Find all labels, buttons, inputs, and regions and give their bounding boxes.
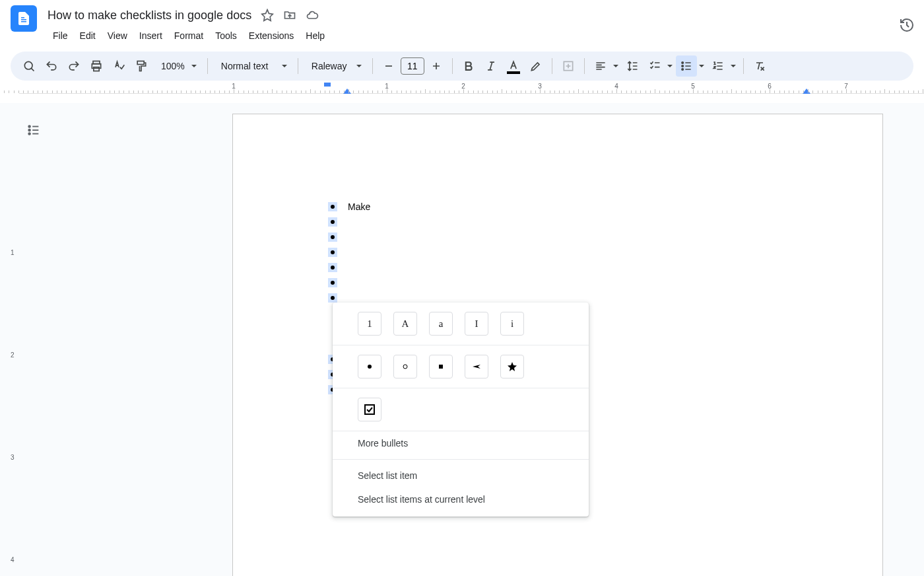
- bulleted-list-button[interactable]: [676, 55, 697, 77]
- list-preset-i[interactable]: i: [500, 312, 524, 336]
- first-line-indent-marker[interactable]: [324, 83, 331, 87]
- redo-button[interactable]: [63, 55, 84, 77]
- caret-icon: [356, 65, 362, 67]
- paint-format-button[interactable]: [131, 55, 152, 77]
- style-value: Normal text: [218, 61, 271, 71]
- separator: [552, 58, 552, 74]
- svg-point-6: [682, 62, 684, 64]
- menu-edit[interactable]: Edit: [75, 28, 101, 44]
- star-icon[interactable]: [261, 9, 274, 22]
- zoom-dropdown[interactable]: 100%: [153, 55, 202, 77]
- checklist-dropdown[interactable]: [665, 55, 675, 77]
- paragraph-style-dropdown[interactable]: Normal text: [213, 55, 292, 77]
- caret-icon: [282, 65, 287, 67]
- menu-view[interactable]: View: [102, 28, 133, 44]
- list-preset-A[interactable]: A: [393, 312, 417, 336]
- separator: [207, 58, 208, 74]
- bullet-icon[interactable]: [331, 220, 335, 224]
- list-item-text[interactable]: Make: [348, 201, 370, 212]
- docs-logo[interactable]: [11, 5, 37, 32]
- zoom-value: 100%: [158, 61, 187, 71]
- bulleted-list-dropdown[interactable]: [697, 55, 706, 77]
- svg-point-9: [28, 126, 30, 127]
- search-menus-button[interactable]: [18, 55, 40, 77]
- svg-rect-14: [439, 365, 443, 369]
- numbered-presets-row: 1 A a I i: [333, 303, 589, 345]
- numbered-list-dropdown[interactable]: [729, 55, 738, 77]
- align-dropdown[interactable]: [611, 55, 620, 77]
- svg-rect-15: [365, 405, 374, 414]
- bullet-disc[interactable]: [358, 355, 381, 378]
- bullet-icon[interactable]: [331, 296, 335, 300]
- line-spacing-button[interactable]: [622, 55, 643, 77]
- bullet-circle[interactable]: [393, 355, 417, 378]
- font-size-input[interactable]: 11: [401, 57, 424, 75]
- svg-point-11: [28, 133, 30, 135]
- bullet-arrow[interactable]: [465, 355, 488, 378]
- workspace: 1 2 3 4 Make 1 A a I i: [0, 103, 924, 576]
- bullet-icon[interactable]: [331, 266, 335, 270]
- menu-insert[interactable]: Insert: [134, 28, 168, 44]
- select-list-item[interactable]: Select list item: [333, 464, 589, 487]
- svg-rect-4: [137, 61, 144, 65]
- document-title[interactable]: How to make checklists in google docs: [48, 9, 251, 22]
- bullet-presets-row: [333, 345, 589, 388]
- numbered-list-button[interactable]: [708, 55, 729, 77]
- bullet-star[interactable]: [500, 355, 524, 378]
- bold-button[interactable]: [458, 55, 479, 77]
- menu-format[interactable]: Format: [169, 28, 209, 44]
- menu-file[interactable]: File: [48, 28, 73, 44]
- font-dropdown[interactable]: Raleway: [304, 55, 367, 77]
- checklist-button[interactable]: [644, 55, 665, 77]
- svg-point-13: [403, 365, 407, 369]
- decrease-font-size-button[interactable]: [378, 55, 399, 77]
- menu-help[interactable]: Help: [300, 28, 330, 44]
- italic-button[interactable]: [480, 55, 502, 77]
- cloud-status-icon[interactable]: [306, 9, 319, 22]
- text-color-button[interactable]: [503, 55, 524, 77]
- bullet-checkbox[interactable]: [358, 398, 381, 421]
- bullet-icon[interactable]: [331, 205, 335, 209]
- svg-point-10: [28, 129, 30, 131]
- toolbar: 100% Normal text Raleway 11: [11, 52, 913, 81]
- caret-icon: [191, 65, 197, 67]
- more-bullets-item[interactable]: More bullets: [333, 431, 589, 455]
- insert-image-button[interactable]: [558, 55, 579, 77]
- svg-point-7: [682, 65, 684, 67]
- menu-tools[interactable]: Tools: [210, 28, 242, 44]
- vertical-ruler[interactable]: 1 2 3 4: [8, 114, 20, 576]
- print-button[interactable]: [86, 55, 107, 77]
- left-indent-marker[interactable]: [343, 89, 351, 94]
- menu-bar: File Edit View Insert Format Tools Exten…: [48, 28, 913, 44]
- history-icon[interactable]: [898, 16, 916, 34]
- font-value: Raleway: [309, 61, 350, 71]
- clear-formatting-button[interactable]: [749, 55, 770, 77]
- align-button[interactable]: [590, 55, 611, 77]
- svg-point-12: [368, 365, 372, 369]
- move-icon[interactable]: [283, 9, 296, 22]
- bullet-icon[interactable]: [331, 250, 335, 254]
- undo-button[interactable]: [41, 55, 62, 77]
- highlight-color-button[interactable]: [525, 55, 546, 77]
- menu-extensions[interactable]: Extensions: [244, 28, 299, 44]
- checklist-preset-row: [333, 388, 589, 431]
- header: How to make checklists in google docs Fi…: [0, 0, 924, 44]
- bullet-square[interactable]: [429, 355, 453, 378]
- bullet-icon[interactable]: [331, 281, 335, 285]
- separator: [452, 58, 453, 74]
- svg-point-0: [24, 61, 32, 69]
- separator: [743, 58, 744, 74]
- right-indent-marker[interactable]: [803, 89, 810, 94]
- horizontal-ruler[interactable]: 1 1 2 3 4 5 6 7: [19, 82, 924, 94]
- list-preset-I[interactable]: I: [465, 312, 488, 336]
- list-preset-a[interactable]: a: [429, 312, 453, 336]
- list-preset-1[interactable]: 1: [358, 312, 381, 336]
- separator: [333, 459, 589, 460]
- separator: [372, 58, 373, 74]
- spellcheck-button[interactable]: [108, 55, 129, 77]
- bullet-icon[interactable]: [331, 235, 335, 239]
- svg-point-8: [682, 69, 684, 71]
- show-outline-button[interactable]: [26, 123, 41, 140]
- increase-font-size-button[interactable]: [426, 55, 447, 77]
- select-list-items-level[interactable]: Select list items at current level: [333, 487, 589, 511]
